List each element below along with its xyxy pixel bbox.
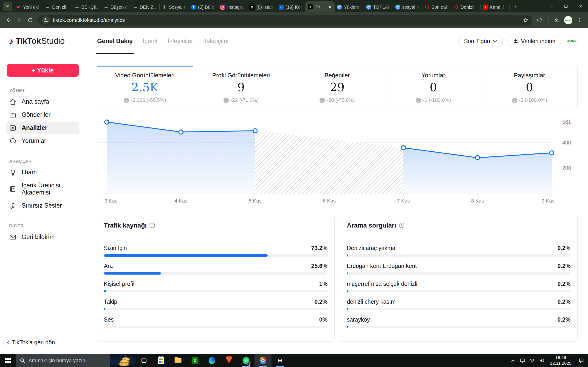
sidebar-section-title: DİĞER — [9, 223, 85, 228]
sidebar-item-geri-bildirim[interactable]: Geri bildirim — [6, 231, 79, 243]
close-button[interactable] — [573, 0, 588, 12]
browser-tab[interactable]: Instagra — [218, 2, 247, 12]
capcut-taskbar-button[interactable]: ⧓ — [271, 354, 288, 367]
line-chart[interactable]: 3 Kas4 Kas5 Kas6 Kas7 Kas8 Kas9 Kas56140… — [97, 112, 578, 210]
tab-i-zleyiciler[interactable]: İzleyiciler — [167, 28, 194, 54]
sidebar-item-label: Analizler — [22, 124, 48, 131]
tray-expand-button[interactable] — [508, 354, 518, 367]
toolbar-right: kent20 — [535, 15, 585, 25]
browser-tab[interactable]: CTOPLAN — [364, 2, 393, 12]
tab-i-erik[interactable]: İçerik — [142, 28, 158, 54]
date-range-button[interactable]: Son 7 gün — [458, 35, 503, 47]
back-to-tiktok-link[interactable]: ‹ TikTok'a geri dön — [7, 339, 55, 346]
traffic-source-value: 73.2% — [311, 245, 328, 251]
account-avatar[interactable]: kent20 — [566, 35, 578, 47]
stat-card-profil-g-r-nt-lemeleri[interactable]: Profil Görüntülemeleri9↓-22 (-71.0%) — [193, 66, 289, 109]
edge-icon — [208, 357, 216, 364]
capcut-favicon-icon: C — [366, 5, 371, 10]
traffic-source-value: 25.6% — [311, 263, 328, 269]
browser-tab[interactable]: Csosyal n — [393, 2, 422, 12]
search-daily-image[interactable] — [110, 354, 136, 367]
tiktok-studio-logo[interactable]: ♪ TikTokStudio — [0, 28, 85, 54]
browser-tab[interactable]: in(19) Ker — [276, 2, 305, 12]
browser-tab[interactable]: BEKÇİLE — [72, 2, 101, 12]
stat-card-payla-mlar[interactable]: Paylaşımlar0↓-3 (-100.0%) — [481, 66, 578, 109]
browser-tab[interactable]: Denizli — [451, 2, 481, 12]
browser-tab[interactable]: Denizli — [43, 2, 72, 12]
minimize-button[interactable] — [544, 0, 559, 12]
maximize-button[interactable] — [559, 0, 573, 12]
browser-tab[interactable]: f(5) Büle — [189, 2, 218, 12]
browser-tab[interactable]: teYeni ekl — [14, 2, 43, 12]
sidebar-item-analizler[interactable]: Analizler — [6, 122, 79, 134]
info-icon[interactable]: i — [399, 223, 404, 228]
network-tray-icon[interactable] — [527, 354, 537, 367]
sidebar-item-i-erik-reticisi-akademisi[interactable]: İçerik Üreticisi Akademisi — [6, 179, 79, 199]
clock-date: 12.11.2025 — [550, 361, 571, 366]
file-explorer-taskbar-button[interactable] — [170, 354, 187, 367]
browser-tab[interactable]: ✳Sosyal m — [160, 2, 189, 12]
avatar-text: kent20 — [565, 19, 572, 21]
whatsapp-taskbar-button[interactable]: ✆1 — [237, 354, 254, 367]
browser-profile-avatar[interactable]: kent20 — [564, 16, 572, 24]
tab-title: Denizli — [52, 5, 70, 10]
browser-tab[interactable]: CYüklem — [335, 2, 364, 12]
tab-search-button[interactable] — [3, 2, 12, 11]
tab-genel-bak-[interactable]: Genel Bakış — [97, 28, 133, 54]
sidebar-item-g-nderiler[interactable]: Gönderiler — [6, 108, 79, 121]
downloads-button[interactable] — [552, 15, 562, 25]
sidebar-item-label: İçerik Üreticisi Akademisi — [22, 182, 76, 196]
sidebar-item-ana-sayfa[interactable]: Ana sayfa — [6, 95, 79, 108]
brave-taskbar-button[interactable] — [221, 354, 237, 367]
forward-button[interactable] — [14, 15, 24, 25]
task-view-taskbar-button[interactable] — [136, 354, 153, 367]
search-query-row: Erdoğan kent Erdoğan kent0.2% — [347, 263, 571, 275]
mail-icon — [9, 234, 17, 241]
start-button[interactable] — [0, 354, 16, 367]
reload-button[interactable] — [25, 15, 35, 25]
browser-menu-button[interactable] — [575, 15, 585, 25]
microsoft-store-taskbar-button[interactable] — [153, 354, 170, 367]
browser-tab[interactable]: Son dak — [422, 2, 451, 12]
back-button[interactable] — [3, 15, 13, 25]
taskbar-search[interactable]: Aramak için buraya yazın — [16, 354, 136, 367]
stat-card-video-g-r-nt-lemeleri[interactable]: Video Görüntülemeleri2.5K↓-3,266 (-56.5%… — [97, 66, 193, 109]
facebook-favicon-icon: f — [191, 5, 196, 10]
sidebar-item-s-n-rs-z-sesler[interactable]: Sınırsız Sesler — [6, 199, 79, 212]
chrome-taskbar-button[interactable] — [254, 354, 271, 367]
taskbar-clock[interactable]: 16:49 12.11.2025 — [547, 355, 575, 366]
browser-tab[interactable]: X(8) İstan — [247, 2, 276, 12]
tab-title: (19) Ker — [285, 5, 303, 10]
address-bar[interactable]: tiktok.com/tiktokstudio/analytics — [38, 15, 532, 26]
task-view-icon — [141, 357, 147, 364]
browser-tab[interactable]: Kanal i — [481, 2, 510, 12]
xbox-taskbar-button[interactable]: x — [187, 354, 204, 367]
volume-tray-icon[interactable] — [537, 354, 547, 367]
stats-row: Video Görüntülemeleri2.5K↓-3,266 (-56.5%… — [97, 66, 578, 109]
stat-card-be-eniler[interactable]: Beğeniler29↓-90 (-75.6%) — [289, 66, 385, 109]
upload-button[interactable]: + Yükle — [7, 64, 79, 77]
browser-tab[interactable]: Düşen o — [101, 2, 130, 12]
stat-value: 29 — [289, 81, 385, 94]
tab-takip-iler[interactable]: Takipçiler — [203, 28, 230, 54]
download-data-button[interactable]: Verileri indirin — [507, 35, 561, 47]
info-icon[interactable]: i — [149, 223, 155, 228]
site-info-button[interactable] — [42, 16, 50, 24]
new-tab-button[interactable]: + — [510, 2, 520, 11]
display-tray-icon[interactable] — [518, 354, 527, 367]
progress-track — [347, 272, 571, 275]
search-query-label: sarayköy — [347, 316, 370, 323]
capcut-favicon-icon: C — [395, 5, 400, 10]
browser-tab[interactable]: ♪Tik✕ — [305, 1, 335, 12]
home-icon — [9, 98, 17, 105]
bookmark-button[interactable] — [521, 16, 530, 25]
edge-taskbar-button[interactable] — [204, 354, 221, 367]
action-center-button[interactable] — [575, 354, 588, 367]
sidebar-item-i-lham[interactable]: İlham — [6, 166, 79, 179]
url-text[interactable]: tiktok.com/tiktokstudio/analytics — [53, 17, 521, 23]
tab-close-icon[interactable]: ✕ — [328, 4, 332, 10]
browser-tab[interactable]: DENİZL — [130, 2, 160, 12]
sidebar-item-yorumlar[interactable]: Yorumlar — [6, 135, 79, 147]
extensions-button[interactable] — [535, 15, 545, 25]
stat-card-yorumlar[interactable]: Yorumlar0↓-1 (-100.0%) — [385, 66, 481, 109]
